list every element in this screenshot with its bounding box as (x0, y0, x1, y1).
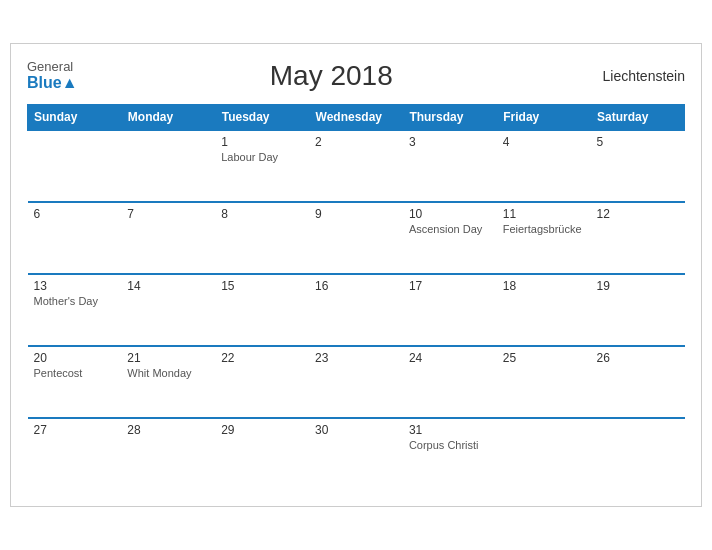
calendar-cell: 7 (121, 202, 215, 274)
day-number: 14 (127, 279, 209, 293)
calendar-cell: 21Whit Monday (121, 346, 215, 418)
day-number: 5 (597, 135, 679, 149)
calendar-cell: 8 (215, 202, 309, 274)
header-sunday: Sunday (28, 105, 122, 131)
header-friday: Friday (497, 105, 591, 131)
day-event: Pentecost (34, 367, 116, 379)
calendar-header: General Blue▲ May 2018 Liechtenstein (27, 60, 685, 92)
calendar-cell (121, 130, 215, 202)
calendar-cell: 11Feiertagsbrücke (497, 202, 591, 274)
calendar-cell (497, 418, 591, 490)
header-monday: Monday (121, 105, 215, 131)
day-number: 3 (409, 135, 491, 149)
calendar-cell: 24 (403, 346, 497, 418)
day-number: 29 (221, 423, 303, 437)
day-number: 28 (127, 423, 209, 437)
day-number: 31 (409, 423, 491, 437)
calendar-cell: 28 (121, 418, 215, 490)
calendar-week-row: 13Mother's Day141516171819 (28, 274, 685, 346)
calendar-cell: 14 (121, 274, 215, 346)
day-event: Whit Monday (127, 367, 209, 379)
calendar-cell: 20Pentecost (28, 346, 122, 418)
calendar-cell: 26 (591, 346, 685, 418)
logo-blue-text: Blue▲ (27, 74, 78, 92)
weekday-header-row: Sunday Monday Tuesday Wednesday Thursday… (28, 105, 685, 131)
day-number: 7 (127, 207, 209, 221)
day-number: 20 (34, 351, 116, 365)
header-wednesday: Wednesday (309, 105, 403, 131)
calendar-cell: 10Ascension Day (403, 202, 497, 274)
calendar-grid: Sunday Monday Tuesday Wednesday Thursday… (27, 104, 685, 490)
calendar-cell: 4 (497, 130, 591, 202)
day-event: Feiertagsbrücke (503, 223, 585, 235)
calendar-cell: 19 (591, 274, 685, 346)
day-event: Labour Day (221, 151, 303, 163)
day-number: 23 (315, 351, 397, 365)
day-number: 13 (34, 279, 116, 293)
calendar-cell: 16 (309, 274, 403, 346)
day-number: 30 (315, 423, 397, 437)
day-number: 10 (409, 207, 491, 221)
calendar-week-row: 678910Ascension Day11Feiertagsbrücke12 (28, 202, 685, 274)
calendar-week-row: 20Pentecost21Whit Monday2223242526 (28, 346, 685, 418)
day-number: 19 (597, 279, 679, 293)
calendar-cell: 25 (497, 346, 591, 418)
calendar-cell (28, 130, 122, 202)
day-number: 17 (409, 279, 491, 293)
calendar-cell: 22 (215, 346, 309, 418)
day-number: 9 (315, 207, 397, 221)
day-number: 27 (34, 423, 116, 437)
day-number: 16 (315, 279, 397, 293)
day-number: 2 (315, 135, 397, 149)
calendar-cell: 2 (309, 130, 403, 202)
day-number: 8 (221, 207, 303, 221)
calendar-cell: 31Corpus Christi (403, 418, 497, 490)
day-number: 1 (221, 135, 303, 149)
day-number: 26 (597, 351, 679, 365)
day-number: 24 (409, 351, 491, 365)
calendar-cell: 9 (309, 202, 403, 274)
header-tuesday: Tuesday (215, 105, 309, 131)
calendar-cell: 6 (28, 202, 122, 274)
calendar-cell: 5 (591, 130, 685, 202)
calendar-cell: 29 (215, 418, 309, 490)
header-thursday: Thursday (403, 105, 497, 131)
day-number: 18 (503, 279, 585, 293)
calendar-week-row: 1Labour Day2345 (28, 130, 685, 202)
calendar-container: General Blue▲ May 2018 Liechtenstein Sun… (10, 43, 702, 507)
logo: General Blue▲ (27, 60, 78, 92)
calendar-cell (591, 418, 685, 490)
day-number: 15 (221, 279, 303, 293)
day-event: Ascension Day (409, 223, 491, 235)
day-event: Mother's Day (34, 295, 116, 307)
calendar-cell: 18 (497, 274, 591, 346)
day-number: 12 (597, 207, 679, 221)
calendar-cell: 30 (309, 418, 403, 490)
calendar-country: Liechtenstein (585, 68, 685, 84)
calendar-cell: 23 (309, 346, 403, 418)
day-number: 4 (503, 135, 585, 149)
day-event: Corpus Christi (409, 439, 491, 451)
header-saturday: Saturday (591, 105, 685, 131)
calendar-title: May 2018 (78, 60, 585, 92)
calendar-cell: 17 (403, 274, 497, 346)
calendar-cell: 1Labour Day (215, 130, 309, 202)
day-number: 22 (221, 351, 303, 365)
day-number: 25 (503, 351, 585, 365)
day-number: 21 (127, 351, 209, 365)
calendar-cell: 13Mother's Day (28, 274, 122, 346)
calendar-cell: 15 (215, 274, 309, 346)
calendar-cell: 12 (591, 202, 685, 274)
calendar-cell: 27 (28, 418, 122, 490)
logo-general-text: General (27, 60, 78, 74)
calendar-cell: 3 (403, 130, 497, 202)
day-number: 11 (503, 207, 585, 221)
day-number: 6 (34, 207, 116, 221)
calendar-week-row: 2728293031Corpus Christi (28, 418, 685, 490)
